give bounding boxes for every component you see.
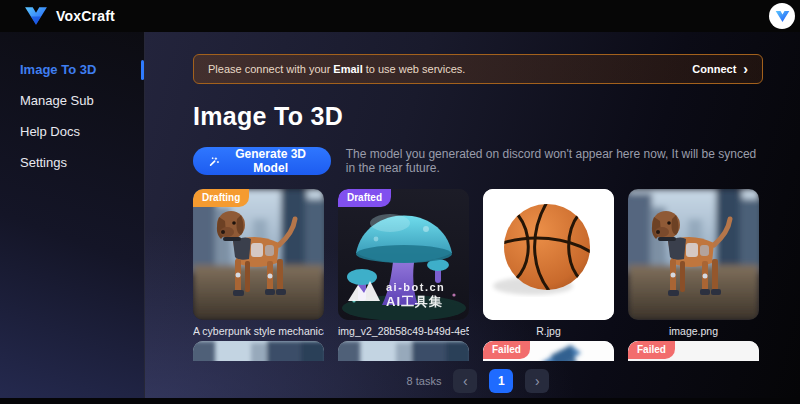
model-card[interactable]: R.jpg [483,189,614,337]
sidebar-item-label: Manage Sub [20,93,94,108]
page-title: Image To 3D [193,102,763,131]
sidebar-item-image-to-3d[interactable]: Image To 3D [0,58,144,81]
sidebar-item-help-docs[interactable]: Help Docs [0,120,144,143]
page-1-button[interactable]: 1 [489,369,513,393]
main-content: Please connect with your Email to use we… [145,32,800,404]
connect-button[interactable]: Connect › [692,62,748,76]
card-thumbnail-cyberpunk-dog [628,189,759,320]
card-thumbnail-city [193,341,324,361]
voxcraft-logo-icon [24,6,48,26]
connect-label: Connect [692,63,736,75]
status-badge: Drafted [338,189,391,207]
sidebar-item-manage-sub[interactable]: Manage Sub [0,89,144,112]
card-thumbnail-cyberpunk-dog: Drafting [193,189,324,320]
sidebar-item-label: Image To 3D [20,62,96,77]
pagination: 8 tasks ‹ 1 › [193,369,763,393]
card-thumbnail-failed-blank: Failed [628,341,759,361]
status-badge: Failed [628,341,675,359]
active-indicator [141,60,144,80]
model-card[interactable]: Drafting A cyberpunk style mechanical... [193,189,324,337]
chevron-right-icon: › [743,62,748,76]
brand: VoxCraft [24,6,115,26]
card-thumbnail-failed-object: Failed [483,341,614,361]
model-card[interactable]: image.png [628,189,759,337]
status-badge: Failed [483,341,530,359]
generate-3d-model-button[interactable]: Generate 3D Model [193,147,331,175]
model-card-partial[interactable] [338,341,469,361]
status-badge: Drafting [193,189,249,207]
generate-button-label: Generate 3D Model [227,147,315,175]
tasks-count: 8 tasks [407,375,442,387]
bottom-bar [0,398,800,404]
user-avatar[interactable] [769,3,795,29]
brand-name: VoxCraft [56,8,115,24]
card-thumbnail-basketball [483,189,614,320]
model-card[interactable]: ai-bot.cn AI工具集 Drafted img_v2_28b58c49-… [338,189,469,337]
card-caption: A cyberpunk style mechanical... [193,325,324,337]
card-caption: img_v2_28b58c49-b49d-4e59... [338,325,469,337]
chevron-right-icon: › [535,373,540,389]
prev-page-button[interactable]: ‹ [453,369,477,393]
sidebar-item-label: Help Docs [20,124,80,139]
model-card-partial[interactable]: Failed [628,341,759,361]
card-thumbnail-city [338,341,469,361]
email-connect-banner: Please connect with your Email to use we… [193,54,763,84]
magic-wand-icon [209,155,220,168]
chevron-left-icon: ‹ [463,373,468,389]
avatar-v-icon [775,10,790,23]
sidebar: Image To 3D Manage Sub Help Docs Setting… [0,32,145,404]
model-card-partial[interactable] [193,341,324,361]
card-caption: R.jpg [483,325,614,337]
model-gallery: Drafting A cyberpunk style mechanical... [193,189,763,361]
card-caption: image.png [628,325,759,337]
model-card-partial[interactable]: Failed [483,341,614,361]
watermark-line1: ai-bot.cn [386,281,445,293]
card-thumbnail-mushroom: ai-bot.cn AI工具集 Drafted [338,189,469,320]
banner-text: Please connect with your Email to use we… [208,63,465,75]
top-bar: VoxCraft [0,0,800,32]
watermark-line2: AI工具集 [386,294,443,309]
sidebar-item-settings[interactable]: Settings [0,151,144,174]
discord-sync-note: The model you generated on discord won't… [346,147,763,175]
sidebar-item-label: Settings [20,155,67,170]
next-page-button[interactable]: › [525,369,549,393]
